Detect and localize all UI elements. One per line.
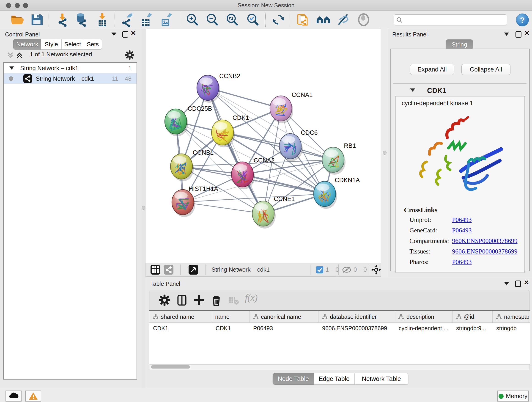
- help-button[interactable]: ?: [516, 13, 529, 26]
- splitter-handle[interactable]: [383, 151, 386, 155]
- tree-expander-icon[interactable]: [9, 66, 14, 70]
- network-graph[interactable]: CCNB2CCNA1CDC25BCDK1CDC6RB1CCNB1CCNA2CDK…: [146, 29, 381, 263]
- network-node-CDKN1A[interactable]: [314, 181, 337, 209]
- column-header-shared-name[interactable]: shared name: [149, 311, 212, 322]
- splitter-handle[interactable]: [142, 206, 146, 210]
- column-header-name[interactable]: name: [212, 311, 249, 322]
- import-network-from-database-button[interactable]: [74, 13, 88, 27]
- results-panel-float-icon[interactable]: [515, 31, 521, 38]
- control-panel-collapse-icon[interactable]: [111, 32, 116, 36]
- table-settings-gear-icon[interactable]: [158, 294, 171, 306]
- tab-edge-table[interactable]: Edge Table: [314, 373, 355, 385]
- import-network-from-file-button[interactable]: [55, 13, 69, 27]
- network-node-CCNB2[interactable]: [197, 75, 220, 103]
- table-cell[interactable]: cyclin-dependent ...: [395, 323, 452, 333]
- results-panel-close-icon[interactable]: ✕: [524, 31, 530, 36]
- tab-string[interactable]: String: [446, 39, 473, 50]
- column-header-database-identifier[interactable]: database identifier: [318, 311, 395, 322]
- preview-eye-button[interactable]: [356, 13, 371, 27]
- expand-all-chevron-icon[interactable]: [6, 51, 14, 59]
- hidden-eye-icon[interactable]: [342, 266, 352, 274]
- network-canvas[interactable]: CCNB2CCNA1CDC25BCDK1CDC6RB1CCNB1CCNA2CDK…: [145, 29, 381, 264]
- function-builder-icon[interactable]: f(x): [245, 292, 258, 303]
- cloud-status-button[interactable]: [6, 390, 22, 402]
- network-collection-row[interactable]: String Network – cdk1 1: [4, 63, 137, 73]
- column-header-canonical-name[interactable]: canonical name: [249, 311, 318, 322]
- share-document-button[interactable]: [296, 13, 310, 27]
- table-cell[interactable]: CDK1: [212, 323, 249, 333]
- expand-all-button[interactable]: Expand All: [410, 64, 454, 75]
- column-header-namespace[interactable]: namespace: [493, 311, 529, 322]
- tab-network[interactable]: Network: [13, 39, 41, 50]
- string-view-icon[interactable]: [164, 265, 173, 274]
- table-cell[interactable]: CDK1: [149, 323, 212, 333]
- table-panel-collapse-icon[interactable]: [504, 282, 509, 285]
- gear-icon[interactable]: [125, 50, 135, 60]
- network-node-CCNA1[interactable]: [270, 96, 293, 123]
- warning-status-button[interactable]: [25, 390, 41, 402]
- crosslink-link[interactable]: P06493: [452, 216, 472, 223]
- table-panel-float-icon[interactable]: [515, 281, 521, 287]
- toolbar-search-field[interactable]: [394, 14, 507, 26]
- tab-node-table[interactable]: Node Table: [273, 373, 314, 385]
- import-table-from-file-button[interactable]: [95, 13, 109, 27]
- network-node-CDC6[interactable]: [279, 134, 303, 161]
- right-splitter[interactable]: [381, 29, 388, 277]
- crosslink-link[interactable]: P06493: [452, 227, 472, 234]
- network-node-RB1[interactable]: [322, 147, 346, 175]
- network-node-CDK1[interactable]: [211, 120, 235, 147]
- table-row[interactable]: CDK1CDK1P064939606.ENSP00000378699cyclin…: [149, 323, 530, 333]
- selected-checkbox-icon[interactable]: [316, 266, 323, 274]
- table-cell[interactable]: stringdb: [493, 323, 529, 333]
- network-item-row[interactable]: String Network – cdk1 11 48: [4, 73, 137, 84]
- table-cell[interactable]: P06493: [249, 323, 318, 333]
- delete-column-icon[interactable]: [210, 294, 222, 306]
- results-panel-collapse-icon[interactable]: [504, 32, 509, 36]
- network-node-HIST1H1A[interactable]: [172, 190, 195, 217]
- save-session-button[interactable]: [30, 13, 44, 27]
- tab-style[interactable]: Style: [41, 39, 62, 50]
- open-session-button[interactable]: [10, 13, 24, 27]
- gene-section-header[interactable]: CDK1: [393, 83, 526, 97]
- table-cell[interactable]: stringdb:9...: [452, 323, 493, 333]
- network-node-CDC25B[interactable]: [165, 109, 188, 136]
- crosslink-link[interactable]: P06493: [452, 258, 472, 266]
- string-home-button[interactable]: [316, 13, 330, 27]
- crosslink-link[interactable]: 9606.ENSP00000378699: [452, 237, 517, 245]
- zoom-fit-button[interactable]: [225, 13, 239, 27]
- export-table-button[interactable]: [139, 13, 153, 27]
- tab-select[interactable]: Select: [62, 39, 84, 50]
- refresh-view-button[interactable]: [271, 13, 285, 27]
- collapse-all-button[interactable]: Collapse All: [462, 64, 510, 75]
- collapse-all-chevron-icon[interactable]: [16, 51, 23, 59]
- left-splitter[interactable]: [142, 29, 145, 388]
- table-cell[interactable]: 9606.ENSP00000378699: [318, 323, 395, 333]
- export-image-button[interactable]: [158, 13, 173, 27]
- table-horizontal-scrollbar[interactable]: [149, 364, 530, 370]
- control-panel-float-icon[interactable]: [122, 31, 128, 38]
- detach-view-icon[interactable]: [189, 265, 198, 274]
- zoom-in-button[interactable]: [185, 13, 199, 27]
- network-node-CCNE1[interactable]: [252, 201, 276, 229]
- scrollbar-thumb[interactable]: [151, 365, 190, 369]
- zoom-selected-button[interactable]: [246, 13, 260, 27]
- show-columns-icon[interactable]: [176, 294, 188, 306]
- crosslink-link[interactable]: 9606.ENSP00000378699: [452, 248, 517, 255]
- search-input[interactable]: [404, 15, 504, 24]
- network-node-CCNB1[interactable]: [171, 154, 194, 181]
- control-panel-close-icon[interactable]: ✕: [131, 31, 136, 36]
- column-header-description[interactable]: description: [395, 311, 452, 322]
- show-graphics-details-button[interactable]: [336, 13, 351, 27]
- network-node-CCNA2[interactable]: [231, 162, 255, 189]
- tab-sets[interactable]: Sets: [84, 39, 102, 50]
- column-header--id[interactable]: @id: [452, 311, 493, 322]
- delete-table-icon[interactable]: [228, 294, 239, 306]
- export-network-button[interactable]: [120, 13, 134, 27]
- grid-view-icon[interactable]: [151, 265, 160, 274]
- tab-network-table[interactable]: Network Table: [355, 373, 408, 385]
- gene-collapse-icon[interactable]: [410, 89, 415, 92]
- network-edge-CDK1-RB1[interactable]: [222, 133, 333, 160]
- birds-eye-icon[interactable]: [371, 265, 381, 274]
- zoom-out-button[interactable]: [205, 13, 219, 27]
- table-panel-close-icon[interactable]: ✕: [524, 280, 529, 285]
